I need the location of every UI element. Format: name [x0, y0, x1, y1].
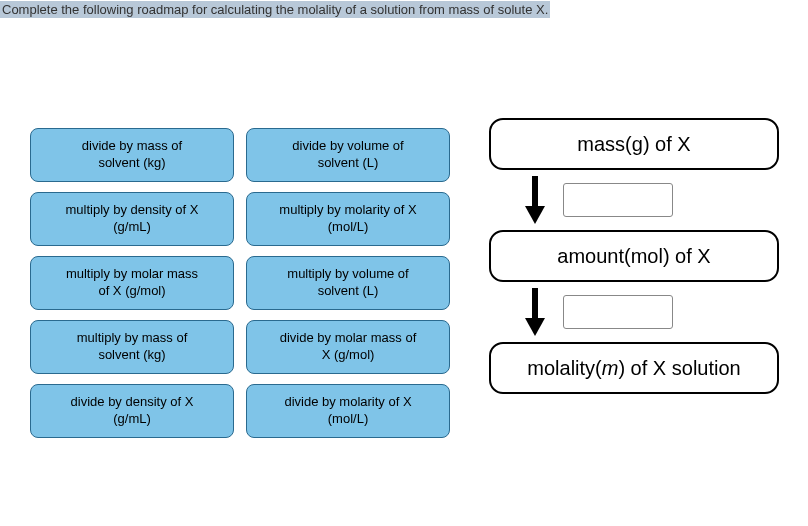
option-divide-molar-mass[interactable]: divide by molar mass of X (g/mol): [246, 320, 450, 374]
option-label: (g/mL): [39, 219, 225, 236]
option-label: divide by volume of: [255, 138, 441, 155]
option-label: solvent (L): [255, 155, 441, 172]
option-label: (g/mL): [39, 411, 225, 428]
arrow-down-icon: [525, 288, 545, 336]
option-label: multiply by molarity of X: [255, 202, 441, 219]
flow-step-label: mass(g) of X: [577, 133, 690, 156]
option-multiply-mass-solvent[interactable]: multiply by mass of solvent (kg): [30, 320, 234, 374]
option-label: of X (g/mol): [39, 283, 225, 300]
drop-slot-2[interactable]: [563, 295, 673, 329]
flow-arrow-row-2: [489, 288, 779, 336]
flow-arrow-row-1: [489, 176, 779, 224]
arrow-down-icon: [525, 176, 545, 224]
option-multiply-molarity[interactable]: multiply by molarity of X (mol/L): [246, 192, 450, 246]
drop-slot-1[interactable]: [563, 183, 673, 217]
option-label: (mol/L): [255, 411, 441, 428]
option-label: divide by molarity of X: [255, 394, 441, 411]
flow-step-mass: mass(g) of X: [489, 118, 779, 170]
content-area: divide by mass of solvent (kg) divide by…: [0, 18, 808, 438]
option-label: multiply by molar mass: [39, 266, 225, 283]
option-label: (mol/L): [255, 219, 441, 236]
option-label: divide by density of X: [39, 394, 225, 411]
option-divide-volume-solvent[interactable]: divide by volume of solvent (L): [246, 128, 450, 182]
instruction-text: Complete the following roadmap for calcu…: [0, 1, 550, 18]
flow-step-label: amount(mol) of X: [557, 245, 710, 268]
option-multiply-volume-solvent[interactable]: multiply by volume of solvent (L): [246, 256, 450, 310]
option-label: multiply by density of X: [39, 202, 225, 219]
option-divide-density[interactable]: divide by density of X (g/mL): [30, 384, 234, 438]
option-multiply-molar-mass[interactable]: multiply by molar mass of X (g/mol): [30, 256, 234, 310]
option-multiply-density[interactable]: multiply by density of X (g/mL): [30, 192, 234, 246]
option-label: divide by mass of: [39, 138, 225, 155]
option-label: divide by molar mass of: [255, 330, 441, 347]
option-label: X (g/mol): [255, 347, 441, 364]
option-label: solvent (kg): [39, 155, 225, 172]
flow-step-molality: molality(m) of X solution: [489, 342, 779, 394]
option-label: multiply by volume of: [255, 266, 441, 283]
option-divide-mass-solvent[interactable]: divide by mass of solvent (kg): [30, 128, 234, 182]
flow-diagram: mass(g) of X amount(mol) of X molality(m…: [480, 118, 788, 438]
options-palette: divide by mass of solvent (kg) divide by…: [30, 128, 450, 438]
option-label: multiply by mass of: [39, 330, 225, 347]
flow-step-amount: amount(mol) of X: [489, 230, 779, 282]
option-label: solvent (L): [255, 283, 441, 300]
flow-step-label: molality(m) of X solution: [527, 357, 740, 380]
option-label: solvent (kg): [39, 347, 225, 364]
option-divide-molarity[interactable]: divide by molarity of X (mol/L): [246, 384, 450, 438]
